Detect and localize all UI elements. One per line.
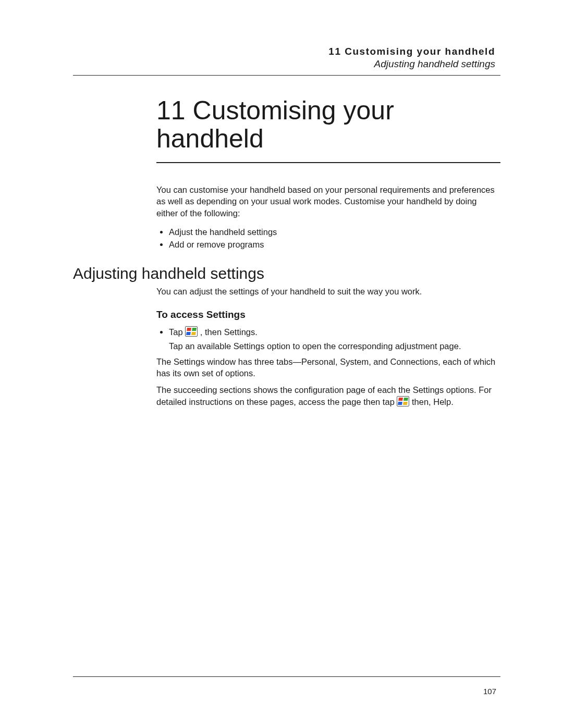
running-header-chapter: 11 Customising your handheld <box>73 46 495 57</box>
running-header-section: Adjusting handheld settings <box>73 58 495 70</box>
body: You can customise your handheld based on… <box>73 184 500 250</box>
subheading: To access Settings <box>156 308 500 322</box>
intro-bullets: Adjust the handheld settings Add or remo… <box>156 226 500 251</box>
page-number: 107 <box>483 687 496 696</box>
section-heading: Adjusting handheld settings <box>73 265 500 282</box>
page: 11 Customising your handheld Adjusting h… <box>0 0 563 728</box>
chapter-title-rule <box>156 162 500 163</box>
section-body: You can adjust the settings of your hand… <box>73 286 500 408</box>
chapter-title-text: Customising your handheld <box>156 96 394 153</box>
succeeding-post: then, Help. <box>412 397 454 406</box>
tap-bullet-list: Tap , then Settings. <box>156 326 500 338</box>
tap-bullet: Tap , then Settings. <box>169 326 500 338</box>
running-header: 11 Customising your handheld Adjusting h… <box>73 46 500 70</box>
chapter-title: 11 Customising your handheld <box>73 96 500 153</box>
section-lead: You can adjust the settings of your hand… <box>156 286 500 297</box>
intro-bullet-2: Add or remove programs <box>169 239 500 250</box>
succeeding-paragraph: The succeeding sections shows the config… <box>156 384 500 408</box>
windows-start-icon <box>397 396 409 406</box>
tabs-paragraph: The Settings window has three tabs—Perso… <box>156 356 500 379</box>
tap-bullet-post: , then Settings. <box>200 327 258 337</box>
chapter-number: 11 <box>156 96 186 125</box>
intro-bullet-1: Adjust the handheld settings <box>169 226 500 238</box>
footer-rule <box>73 676 500 677</box>
intro-paragraph: You can customise your handheld based on… <box>156 184 500 219</box>
tap-bullet-pre: Tap <box>169 327 185 337</box>
running-header-chapter-title: Customising your handheld <box>345 46 495 57</box>
running-header-chapter-num: 11 <box>328 46 341 57</box>
tap-follow-paragraph: Tap an available Settings option to open… <box>169 340 500 352</box>
windows-start-icon <box>185 326 198 337</box>
header-rule <box>73 75 500 76</box>
